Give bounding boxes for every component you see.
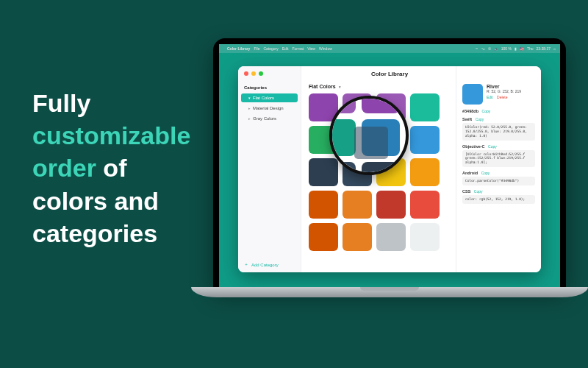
headline-l6: categories [32, 219, 157, 247]
css-code: color: rgb(52, 152, 219, 1.0); [462, 195, 535, 204]
color-swatch[interactable] [376, 223, 406, 251]
clock-day: Thu [527, 46, 534, 51]
color-name: River [487, 84, 521, 89]
section-android: Android [462, 171, 478, 175]
sidebar-item-label: Material Design [253, 106, 284, 110]
laptop-mockup: Color Library File Category Edit Format … [213, 38, 566, 297]
add-category-label: Add Category [251, 263, 279, 267]
macos-menubar[interactable]: Color Library File Category Edit Format … [219, 44, 560, 53]
sidebar-item-label: Flat Colors [253, 96, 274, 100]
sidebar-item-gray-colors[interactable]: ▸ Gray Colors [241, 114, 298, 123]
copy-hex-button[interactable]: Copy [482, 109, 491, 113]
headline-l3: order [32, 154, 96, 182]
marketing-headline: Fully customizable order of colors and c… [32, 87, 201, 250]
menubar-status: ⌔ ⌥ ✆ 🔈 100 % ▮ 🇺🇸 Thu 23:38:37 ⌕ [476, 46, 556, 51]
category-picker-label: Flat Colors [309, 84, 336, 89]
hex-value: #3498db [462, 109, 478, 113]
laptop-base [191, 287, 588, 297]
copy-android-button[interactable]: Copy [481, 171, 490, 175]
color-swatch[interactable] [343, 191, 372, 219]
category-picker[interactable]: Flat Colors ▾ [309, 84, 450, 89]
chevron-down-icon: ▾ [248, 96, 251, 100]
volume-icon[interactable]: 🔈 [494, 46, 498, 51]
phone-icon[interactable]: ✆ [488, 46, 491, 51]
sidebar-heading: Categories [238, 84, 301, 93]
delete-color-button[interactable]: Delete [497, 95, 507, 99]
color-swatch[interactable] [309, 223, 338, 251]
window-zoom-button[interactable] [259, 71, 263, 76]
color-swatch[interactable] [410, 223, 440, 251]
bluetooth-icon[interactable]: ⌥ [481, 46, 485, 51]
color-swatch[interactable] [343, 223, 372, 251]
headline-l4: of [96, 154, 127, 182]
clock-time: 23:38:37 [537, 46, 551, 51]
add-category-button[interactable]: ＋ Add Category [238, 257, 301, 272]
headline-l2: customizable [32, 121, 190, 149]
dragging-swatch[interactable] [354, 127, 388, 159]
color-rgb: R: 52, G: 152, B: 219 [487, 89, 521, 93]
android-code: Color.parseColor("#3498db") [462, 177, 535, 185]
window-minimize-button[interactable] [251, 71, 256, 76]
color-swatch[interactable] [329, 119, 356, 156]
edit-color-button[interactable]: Edit [487, 95, 493, 99]
chevron-right-icon: ▸ [248, 106, 251, 110]
spotlight-icon[interactable]: ⌕ [553, 46, 556, 51]
sidebar-item-material-design[interactable]: ▸ Material Design [241, 104, 298, 113]
chevron-down-icon: ▾ [339, 85, 341, 89]
battery-icon[interactable]: ▮ [514, 46, 517, 51]
section-objc: Objective-C [462, 144, 485, 149]
traffic-lights [244, 71, 263, 76]
menu-edit[interactable]: Edit [282, 46, 289, 51]
wifi-icon[interactable]: ⌔ [476, 46, 478, 51]
sidebar-item-flat-colors[interactable]: ▾ Flat Colors [241, 93, 298, 102]
magnifier-overlay [329, 96, 409, 175]
color-swatch[interactable] [309, 158, 338, 186]
menubar-app-name[interactable]: Color Library [227, 46, 250, 51]
color-swatch[interactable] [410, 158, 440, 186]
sidebar-item-label: Gray Colors [253, 116, 276, 121]
objc-code: [UIColor colorWithRed:52/255.f green:152… [462, 150, 535, 168]
copy-swift-button[interactable]: Copy [476, 117, 484, 121]
chevron-right-icon: ▸ [248, 116, 251, 121]
menu-view[interactable]: View [307, 46, 315, 51]
laptop-notch [360, 287, 419, 291]
menu-file[interactable]: File [254, 46, 259, 51]
color-swatch[interactable] [410, 93, 440, 121]
headline-l1: Fully [32, 89, 90, 117]
copy-objc-button[interactable]: Copy [488, 144, 497, 149]
menu-format[interactable]: Format [292, 46, 304, 51]
window-close-button[interactable] [244, 71, 248, 76]
color-swatch[interactable] [309, 191, 338, 219]
plus-icon: ＋ [244, 261, 248, 268]
desktop: Color Library File Category Edit Format … [219, 44, 560, 287]
menu-category[interactable]: Category [263, 46, 278, 51]
color-swatch[interactable] [410, 191, 440, 219]
sidebar: Categories ▾ Flat Colors ▸ Material Desi… [238, 66, 301, 272]
menu-window[interactable]: Window [319, 46, 332, 51]
section-css: CSS [462, 189, 470, 194]
screen-bezel: Color Library File Category Edit Format … [213, 38, 566, 287]
flag-icon[interactable]: 🇺🇸 [520, 46, 524, 51]
section-swift: Swift [462, 117, 472, 121]
color-swatch[interactable] [410, 126, 440, 154]
color-swatch[interactable] [376, 191, 406, 219]
detail-panel: River R: 52, G: 152, B: 219 Edit Delete … [456, 66, 541, 272]
battery-pct: 100 % [501, 46, 512, 51]
detail-swatch [462, 84, 483, 105]
swift-code: UIColor(red: 52.0/255.0, green: 152.0/25… [462, 123, 535, 141]
copy-css-button[interactable]: Copy [474, 189, 483, 194]
headline-l5: colors and [32, 187, 159, 215]
